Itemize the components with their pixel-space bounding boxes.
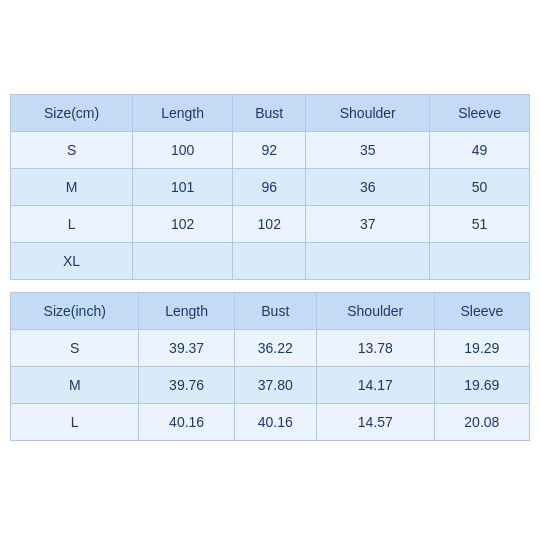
cm-cell: 36 <box>306 169 430 206</box>
inch-cell: 13.78 <box>316 330 434 367</box>
inch-cell: L <box>11 404 139 441</box>
cm-cell: L <box>11 206 133 243</box>
cm-cell: 35 <box>306 132 430 169</box>
inch-table-row: L40.1640.1614.5720.08 <box>11 404 530 441</box>
inch-cell: 40.16 <box>234 404 316 441</box>
inch-cell: 40.16 <box>139 404 234 441</box>
inch-col-size: Size(inch) <box>11 293 139 330</box>
cm-col-bust: Bust <box>233 95 306 132</box>
inch-col-shoulder: Shoulder <box>316 293 434 330</box>
inch-cell: 14.17 <box>316 367 434 404</box>
cm-header-row: Size(cm) Length Bust Shoulder Sleeve <box>11 95 530 132</box>
cm-col-length: Length <box>133 95 233 132</box>
cm-table-row: XL <box>11 243 530 280</box>
cm-cell: XL <box>11 243 133 280</box>
inch-col-sleeve: Sleeve <box>434 293 529 330</box>
inch-cell: 39.37 <box>139 330 234 367</box>
cm-cell: 96 <box>233 169 306 206</box>
cm-table-row: M101963650 <box>11 169 530 206</box>
cm-cell: 102 <box>233 206 306 243</box>
inch-col-bust: Bust <box>234 293 316 330</box>
cm-cell <box>133 243 233 280</box>
inch-table-row: S39.3736.2213.7819.29 <box>11 330 530 367</box>
cm-col-size: Size(cm) <box>11 95 133 132</box>
cm-cell: 100 <box>133 132 233 169</box>
cm-cell: 101 <box>133 169 233 206</box>
inch-col-length: Length <box>139 293 234 330</box>
cm-cell: 50 <box>430 169 530 206</box>
cm-cell: 51 <box>430 206 530 243</box>
cm-cell <box>233 243 306 280</box>
cm-col-shoulder: Shoulder <box>306 95 430 132</box>
cm-table-row: L1021023751 <box>11 206 530 243</box>
cm-cell <box>306 243 430 280</box>
inch-header-row: Size(inch) Length Bust Shoulder Sleeve <box>11 293 530 330</box>
cm-cell <box>430 243 530 280</box>
cm-cell: M <box>11 169 133 206</box>
cm-cell: 37 <box>306 206 430 243</box>
inch-cell: 14.57 <box>316 404 434 441</box>
cm-cell: 102 <box>133 206 233 243</box>
cm-table: Size(cm) Length Bust Shoulder Sleeve S10… <box>10 94 530 280</box>
inch-cell: S <box>11 330 139 367</box>
cm-cell: 49 <box>430 132 530 169</box>
cm-table-row: S100923549 <box>11 132 530 169</box>
cm-cell: 92 <box>233 132 306 169</box>
inch-cell: 37.80 <box>234 367 316 404</box>
inch-cell: M <box>11 367 139 404</box>
inch-cell: 19.29 <box>434 330 529 367</box>
inch-table-row: M39.7637.8014.1719.69 <box>11 367 530 404</box>
cm-cell: S <box>11 132 133 169</box>
inch-cell: 36.22 <box>234 330 316 367</box>
tables-container: Size(cm) Length Bust Shoulder Sleeve S10… <box>10 94 530 441</box>
inch-cell: 20.08 <box>434 404 529 441</box>
inch-cell: 39.76 <box>139 367 234 404</box>
inch-cell: 19.69 <box>434 367 529 404</box>
inch-table: Size(inch) Length Bust Shoulder Sleeve S… <box>10 292 530 441</box>
cm-col-sleeve: Sleeve <box>430 95 530 132</box>
